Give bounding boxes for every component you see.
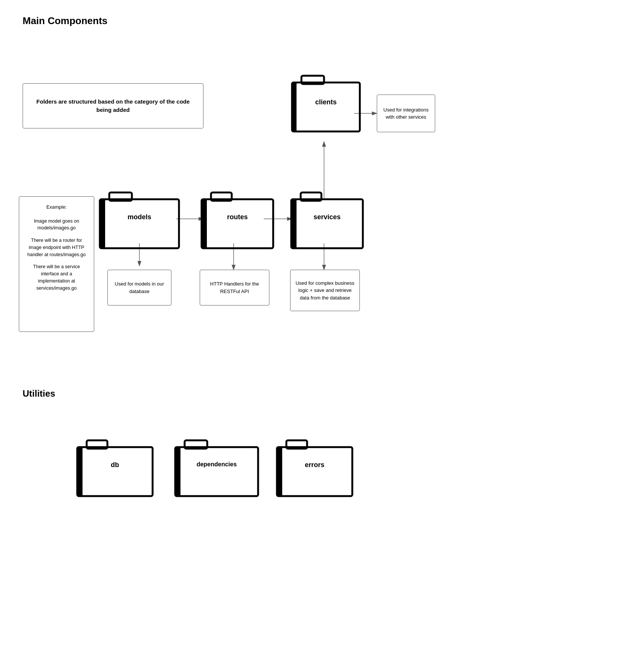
models-folder: models xyxy=(98,189,181,254)
dependencies-folder: dependencies xyxy=(173,437,260,502)
models-note-box: Used for models in our database xyxy=(107,270,171,305)
svg-rect-16 xyxy=(202,199,273,248)
services-folder: services xyxy=(289,189,365,254)
example-line3: There will be a service interface and a … xyxy=(26,263,87,292)
svg-rect-28 xyxy=(277,447,352,496)
services-note-box: Used for complex business logic + save a… xyxy=(290,270,360,311)
svg-rect-13 xyxy=(100,199,179,248)
clients-folder: clients xyxy=(290,72,362,137)
example-line2: There will be a router for image endpoin… xyxy=(26,237,87,258)
svg-rect-11 xyxy=(292,82,297,131)
svg-rect-22 xyxy=(77,447,153,496)
routes-folder: routes xyxy=(200,189,275,254)
svg-rect-26 xyxy=(175,447,180,496)
svg-rect-20 xyxy=(291,199,297,248)
svg-rect-23 xyxy=(77,447,83,496)
svg-rect-10 xyxy=(292,82,360,131)
svg-rect-14 xyxy=(100,199,105,248)
main-title: Main Components xyxy=(0,0,633,34)
routes-note-box: HTTP Handlers for the RESTFul API xyxy=(200,270,269,305)
db-folder: db xyxy=(75,437,154,502)
example-title: Example: xyxy=(46,203,67,211)
svg-rect-19 xyxy=(291,199,363,248)
folders-note-box: Folders are structured based on the cate… xyxy=(23,83,203,128)
svg-rect-29 xyxy=(277,447,282,496)
svg-rect-17 xyxy=(202,199,207,248)
example-box: Example: Image model goes on models/imag… xyxy=(19,196,94,332)
utilities-diagram: db dependencies errors xyxy=(0,414,633,546)
clients-note-box: Used for integrations with other service… xyxy=(377,95,435,132)
svg-rect-25 xyxy=(175,447,258,496)
utilities-title: Utilities xyxy=(0,381,633,406)
errors-folder: errors xyxy=(275,437,354,502)
main-diagram: Folders are structured based on the cate… xyxy=(0,34,633,373)
example-line1: Image model goes on models/images.go xyxy=(26,218,87,232)
